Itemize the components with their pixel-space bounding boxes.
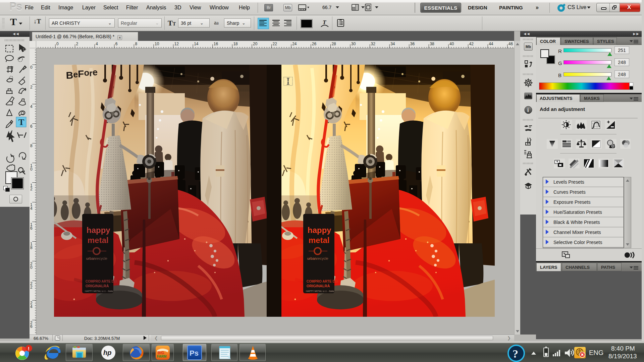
svg-text:24: 24 — [292, 42, 297, 46]
svg-text:4: 4 — [30, 104, 33, 109]
svg-text:18: 18 — [233, 42, 238, 46]
svg-text:32: 32 — [371, 42, 376, 46]
svg-text:!: ! — [28, 346, 30, 351]
svg-text:0: 0 — [56, 42, 59, 46]
svg-text:6: 6 — [30, 324, 33, 329]
svg-text:22: 22 — [273, 42, 277, 46]
svg-text:44: 44 — [489, 42, 493, 46]
svg-text:T: T — [323, 19, 326, 25]
svg-text:BIG: BIG — [158, 351, 164, 355]
svg-text:hp: hp — [103, 349, 111, 356]
svg-text:38: 38 — [430, 42, 434, 46]
svg-text:36: 36 — [410, 42, 415, 46]
svg-text:16: 16 — [214, 42, 218, 46]
svg-text:6: 6 — [115, 42, 118, 46]
svg-text:0: 0 — [30, 265, 33, 270]
svg-text:4: 4 — [30, 304, 33, 309]
svg-text:2: 2 — [30, 85, 33, 89]
svg-text:T: T — [18, 117, 24, 127]
svg-text:40: 40 — [449, 42, 454, 46]
svg-text:Ps: Ps — [190, 349, 199, 357]
svg-text:2: 2 — [30, 187, 33, 191]
svg-text:12: 12 — [174, 42, 179, 46]
svg-text:46: 46 — [508, 42, 513, 46]
svg-text:26: 26 — [312, 42, 317, 46]
svg-text:i: i — [527, 107, 529, 113]
svg-text:?: ? — [513, 348, 518, 360]
svg-text:10: 10 — [155, 42, 159, 46]
svg-text:42: 42 — [469, 42, 474, 46]
svg-text:8: 8 — [30, 245, 33, 250]
svg-text:FARM: FARM — [157, 355, 166, 358]
svg-text:6: 6 — [30, 226, 33, 231]
svg-text:2: 2 — [30, 285, 33, 290]
svg-text:28: 28 — [331, 42, 336, 46]
svg-text:4: 4 — [30, 206, 33, 211]
svg-text:0: 0 — [30, 167, 33, 172]
svg-text:14: 14 — [194, 42, 199, 46]
svg-text:8: 8 — [30, 143, 33, 148]
svg-text:30: 30 — [351, 42, 356, 46]
svg-text:4: 4 — [96, 42, 98, 46]
svg-text:34: 34 — [390, 42, 395, 46]
svg-text:6: 6 — [30, 124, 33, 129]
svg-text:0: 0 — [30, 65, 33, 70]
svg-text:2: 2 — [76, 42, 78, 46]
svg-text:8: 8 — [135, 42, 137, 46]
svg-text:20: 20 — [253, 42, 258, 46]
